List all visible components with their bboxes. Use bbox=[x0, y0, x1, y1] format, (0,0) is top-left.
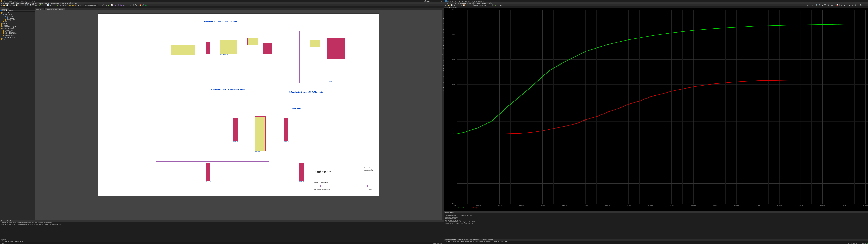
tab-outputwin[interactable]: Output Window bbox=[458, 239, 469, 241]
menu-help[interactable]: Help bbox=[73, 2, 78, 4]
tree-item[interactable]: SCHEMATIC1 bbox=[0, 16, 35, 17]
undo-icon[interactable]: ↶ bbox=[20, 4, 22, 6]
outputwin-content[interactable]: Circuit read in and checked, no errorsCa… bbox=[444, 213, 868, 239]
cursor-trough-icon[interactable]: ▼ bbox=[846, 4, 848, 6]
place-line-icon[interactable]: ／ bbox=[442, 48, 444, 50]
project-tree[interactable]: Design Resources.\tutorial.DSNSCHEMATIC1… bbox=[0, 12, 35, 220]
place-noconnect-icon[interactable]: ✕ bbox=[442, 39, 444, 42]
netlist-icon[interactable]: 📄 bbox=[47, 4, 49, 6]
zoom-in-icon[interactable]: 🔍 bbox=[26, 4, 29, 6]
legend-2[interactable]: ◇ V(P3:1) bbox=[470, 207, 476, 209]
run-icon[interactable]: ▶ bbox=[107, 4, 110, 6]
copy-icon[interactable]: ⧉ bbox=[13, 4, 15, 6]
place-variant-icon[interactable]: ≡ bbox=[442, 75, 444, 78]
menu-window[interactable]: Window bbox=[481, 2, 488, 4]
place-image-icon[interactable]: 🖼 bbox=[442, 64, 444, 66]
link-icon[interactable]: 🔗 bbox=[142, 4, 144, 6]
menu-window[interactable]: Window bbox=[67, 2, 73, 4]
place-block-icon[interactable]: ▦ bbox=[442, 67, 444, 70]
place-arc-icon[interactable]: ◡ bbox=[442, 56, 444, 58]
editprofile-icon[interactable]: ✎ bbox=[105, 4, 107, 6]
grid-icon[interactable]: ▦ bbox=[62, 4, 64, 6]
tree-item[interactable]: .\tutorial.DSN bbox=[0, 14, 35, 16]
menu-edit[interactable]: Edit bbox=[11, 2, 15, 4]
profile-combo[interactable]: SCHEMATIC1-Tran bbox=[473, 4, 493, 6]
maximize-button[interactable]: ▢ bbox=[436, 0, 439, 2]
biasi-icon[interactable]: I bbox=[132, 4, 135, 6]
project-tab[interactable]: tutorial.opj bbox=[0, 8, 9, 10]
new-icon[interactable]: 🗎 bbox=[445, 4, 447, 6]
place-help-icon[interactable]: ? bbox=[442, 89, 444, 92]
eval-icon[interactable]: ƒ bbox=[812, 4, 814, 6]
zoom-area-icon[interactable]: ▣ bbox=[35, 4, 37, 6]
menu-design[interactable]: Design bbox=[5, 2, 10, 4]
tab-cmdwin[interactable]: Command Window bbox=[0, 241, 14, 242]
place-bus-icon[interactable]: ═ bbox=[442, 20, 444, 22]
results-icon[interactable]: 📈 bbox=[111, 4, 113, 6]
fft-icon[interactable]: ∿ bbox=[833, 4, 836, 6]
menu-edit[interactable]: Edit bbox=[449, 2, 453, 4]
pcb-dock-tab[interactable]: PCB bbox=[0, 7, 5, 8]
place-power-icon[interactable]: ⏚ bbox=[442, 28, 444, 30]
cursor-prev-icon[interactable]: ← bbox=[865, 4, 868, 6]
menu-options[interactable]: Options bbox=[60, 2, 66, 4]
tree-item[interactable]: Referenced Projects bbox=[0, 26, 35, 28]
menu-place[interactable]: Place bbox=[25, 2, 30, 4]
drc-icon[interactable]: ✔ bbox=[44, 4, 46, 6]
snap-icon[interactable]: ⊞ bbox=[59, 4, 62, 6]
place-rect-icon[interactable]: ▭ bbox=[442, 50, 444, 53]
cursor-next-icon[interactable]: → bbox=[863, 4, 865, 6]
place-part-icon[interactable]: ⊡ bbox=[442, 11, 444, 14]
save-icon[interactable]: 💾 bbox=[6, 4, 8, 6]
vdmarker-icon[interactable]: Vd bbox=[123, 4, 125, 6]
place-text-icon[interactable]: T bbox=[442, 45, 444, 47]
waveform-plot[interactable]: 16.0V12.0V8.0V4.0V0.0V-4.0V-15.3V 0s0.05… bbox=[444, 8, 868, 211]
bom-icon[interactable]: ☰ bbox=[53, 4, 55, 6]
hierarchy-mode-radio[interactable] bbox=[6, 10, 7, 11]
select-icon[interactable]: ↖ bbox=[442, 8, 444, 11]
close-icon[interactable]: × bbox=[63, 8, 64, 10]
menu-tools[interactable]: Tools bbox=[476, 2, 481, 4]
menu-simulation[interactable]: Simulation bbox=[458, 2, 466, 4]
log-y-icon[interactable]: ㏒ bbox=[831, 4, 833, 6]
tab-startpage[interactable]: Start Page× bbox=[35, 8, 44, 10]
paste-icon[interactable]: 📋 bbox=[463, 4, 465, 6]
undo-icon[interactable]: ↶ bbox=[467, 4, 469, 6]
crossref-icon[interactable]: ⇄ bbox=[50, 4, 52, 6]
menu-trace[interactable]: Trace bbox=[466, 2, 471, 4]
place-offpage-icon[interactable]: ⤳ bbox=[442, 36, 444, 39]
menu-pcb[interactable]: PCB bbox=[30, 2, 34, 4]
copy-icon[interactable]: ⧉ bbox=[460, 4, 462, 6]
cut-icon[interactable]: ✂ bbox=[457, 4, 460, 6]
new-icon[interactable]: 🗎 bbox=[0, 4, 3, 6]
place-dim-icon[interactable]: ↔ bbox=[442, 84, 444, 86]
close-button[interactable]: ✕ bbox=[440, 0, 443, 2]
tree-item[interactable]: PSpice Resources bbox=[0, 28, 35, 29]
tree-item[interactable]: Logs bbox=[0, 38, 35, 40]
cursor-search-icon[interactable]: 🔍 bbox=[860, 4, 862, 6]
smoke-icon[interactable]: 🔥 bbox=[139, 4, 142, 6]
imarker-icon[interactable]: I bbox=[117, 4, 120, 6]
wmarker-icon[interactable]: W bbox=[120, 4, 122, 6]
biasv-icon[interactable]: V bbox=[129, 4, 132, 6]
menu-plot[interactable]: Plot bbox=[472, 2, 476, 4]
annotate-icon[interactable]: U? bbox=[38, 4, 41, 6]
tab-probecursor[interactable]: Probe Cursor bbox=[469, 239, 480, 241]
tab-cmdwin[interactable]: Command Window bbox=[480, 239, 494, 241]
place-ellipse-icon[interactable]: ◯ bbox=[442, 53, 444, 55]
schematic-canvas[interactable]: Subdesign 1: 12 Volt to 5 Volt Converter… bbox=[35, 10, 442, 220]
menu-pspice[interactable]: PSpice bbox=[43, 2, 50, 4]
command-input[interactable] bbox=[7, 239, 443, 241]
place-poly-icon[interactable]: ⬠ bbox=[442, 59, 444, 61]
cmdwin-output[interactable]: Loading C:\Cadence\SPB_17.4\tools\captur… bbox=[0, 222, 444, 239]
zoom-fit-icon[interactable]: ⛶ bbox=[32, 4, 34, 6]
tree-item[interactable]: Include Files bbox=[0, 29, 35, 31]
profile-dropdown-icon[interactable]: ▾ bbox=[98, 4, 100, 6]
open-icon[interactable]: 📂 bbox=[3, 4, 5, 6]
tree-item[interactable]: Layout bbox=[0, 22, 35, 24]
vmarker-icon[interactable]: V bbox=[115, 4, 117, 6]
cursor-peak-icon[interactable]: ▲ bbox=[843, 4, 845, 6]
menu-view[interactable]: View bbox=[453, 2, 458, 4]
backannotate-icon[interactable]: N bbox=[41, 4, 44, 6]
place-id-icon[interactable]: ID bbox=[442, 73, 444, 75]
